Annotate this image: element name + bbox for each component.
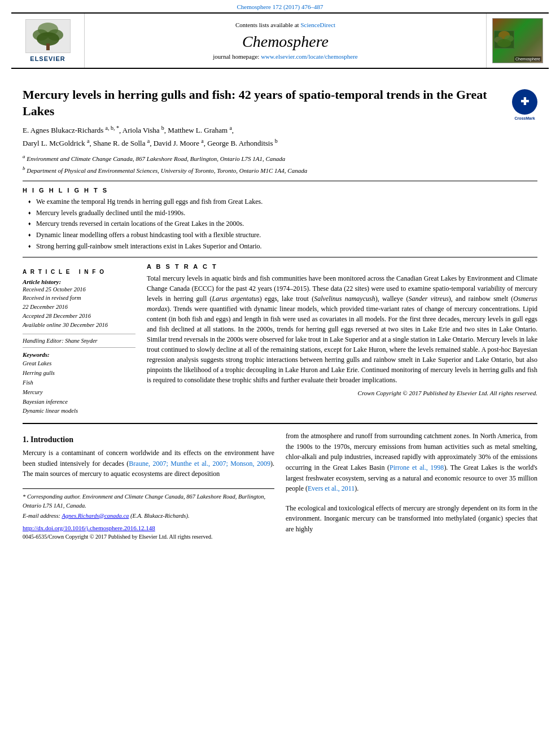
info-divider-2 (23, 347, 135, 348)
page: Chemosphere 172 (2017) 476–487 ELSEVIER (0, 0, 560, 747)
intro-left-text: Mercury is a contaminant of concern worl… (23, 448, 274, 479)
article-title-row: Mercury levels in herring gulls and fish… (23, 87, 537, 119)
footnote-email: E-mail address: Agnes.Richards@canada.ca… (23, 512, 274, 521)
keyword-6: Dynamic linear models (23, 407, 135, 416)
divider-2 (23, 257, 537, 257)
introduction-section: 1. Introduction Mercury is a contaminant… (23, 431, 537, 540)
crossmark-symbol: ✚ (520, 95, 529, 108)
info-divider-1 (23, 334, 135, 334)
section-divider (23, 423, 537, 424)
highlight-item-4: Dynamic linear modelling offers a robust… (28, 230, 537, 240)
email-link[interactable]: Agnes.Richards@canada.ca (62, 513, 129, 519)
ref-pirrone[interactable]: Pirrone et al., 1998 (390, 464, 444, 471)
keywords-list: Great Lakes Herring gulls Fish Mercury B… (23, 359, 135, 416)
article-info-column: A R T I C L E I N F O Article history: R… (23, 263, 135, 417)
divider-1 (23, 181, 537, 181)
journal-cover-image: Chemosphere (492, 18, 543, 63)
top-citation: Chemosphere 172 (2017) 476–487 (0, 0, 560, 12)
highlights-label: H I G H L I G H T S (23, 187, 537, 194)
main-content: Mercury levels in herring gulls and fish… (0, 69, 560, 549)
intro-right-text-2: The ecological and toxicological effects… (286, 503, 537, 535)
science-direct-line: Contents lists available at ScienceDirec… (235, 21, 335, 28)
citation-text: Chemosphere 172 (2017) 476–487 (237, 3, 323, 10)
intro-right-text-1: from the atmosphere and runoff from surr… (286, 431, 537, 494)
journal-info-center: Contents lists available at ScienceDirec… (85, 14, 487, 68)
doi-link[interactable]: http://dx.doi.org/10.1016/j.chemosphere.… (23, 525, 155, 531)
highlights-list: We examine the temporal Hg trends in her… (28, 197, 537, 251)
elsevier-tree-graphic (25, 19, 71, 53)
elsevier-logo: ELSEVIER (25, 19, 71, 62)
crossmark-label: CrossMark (512, 116, 537, 121)
footnote-corresponding: * Corresponding author. Environment and … (23, 492, 274, 510)
highlight-item-2: Mercury levels gradually declined until … (28, 208, 537, 218)
science-direct-link[interactable]: ScienceDirect (300, 21, 335, 28)
revised-label: Received in revised form (23, 294, 135, 303)
keyword-1: Great Lakes (23, 359, 135, 369)
history-label: Article history: (23, 278, 135, 285)
affiliation-a: a Environment and Climate Change Canada,… (23, 153, 537, 163)
keyword-4: Mercury (23, 388, 135, 397)
elsevier-logo-section: ELSEVIER (11, 14, 85, 68)
elsevier-label: ELSEVIER (30, 55, 65, 62)
cover-label: Chemosphere (514, 56, 541, 62)
available-date: Available online 30 December 2016 (23, 321, 135, 330)
revised-date: 22 December 2016 (23, 303, 135, 312)
keyword-2: Herring gulls (23, 369, 135, 378)
footnote-section: * Corresponding author. Environment and … (23, 488, 274, 520)
highlight-item-3: Mercury trends reversed in certain locat… (28, 219, 537, 229)
handling-editor: Handling Editor: Shane Snyder (23, 338, 135, 344)
affiliation-b: b Department of Physical and Environment… (23, 165, 537, 175)
accepted-date: Accepted 28 December 2016 (23, 312, 135, 321)
journal-homepage-line: journal homepage: www.elsevier.com/locat… (213, 53, 357, 60)
keyword-3: Fish (23, 378, 135, 388)
journal-header: ELSEVIER Contents lists available at Sci… (11, 12, 549, 69)
svg-point-9 (497, 39, 511, 47)
crossmark-badge: ✚ CrossMark (512, 89, 537, 115)
intro-section-number: 1. Introduction (23, 435, 274, 444)
ref-evers[interactable]: Evers et al., 2011 (308, 484, 355, 492)
affiliations: a Environment and Climate Change Canada,… (23, 153, 537, 174)
abstract-text: Total mercury levels in aquatic birds an… (147, 273, 537, 385)
journal-url[interactable]: www.elsevier.com/locate/chemosphere (261, 53, 358, 60)
journal-cover-section: Chemosphere (487, 14, 549, 68)
authors-line: E. Agnes Blukacz-Richards a, b, *, Ariol… (23, 124, 537, 150)
ref-braune[interactable]: Braune, 2007; Munthe et al., 2007; Monso… (129, 460, 270, 468)
highlight-item-1: We examine the temporal Hg trends in her… (28, 197, 537, 207)
abstract-column: A B S T R A C T Total mercury levels in … (147, 263, 537, 417)
article-title-text: Mercury levels in herring gulls and fish… (23, 87, 512, 119)
article-info-label: A R T I C L E I N F O (23, 269, 135, 275)
copyright-bottom: 0045-6535/Crown Copyright © 2017 Publish… (23, 534, 274, 540)
intro-left-column: 1. Introduction Mercury is a contaminant… (23, 431, 274, 540)
highlight-item-5: Strong herring gull-rainbow smelt intera… (28, 242, 537, 251)
crossmark-circle: ✚ (512, 89, 537, 115)
journal-title: Chemosphere (242, 33, 329, 51)
article-info-abstract-row: A R T I C L E I N F O Article history: R… (23, 263, 537, 417)
intro-right-column: from the atmosphere and runoff from surr… (286, 431, 537, 540)
article-history: Article history: Received 25 October 201… (23, 278, 135, 330)
svg-rect-4 (46, 43, 50, 50)
doi-line: http://dx.doi.org/10.1016/j.chemosphere.… (23, 525, 274, 531)
keywords-label: Keywords: (23, 351, 135, 358)
keyword-5: Bayesian inference (23, 397, 135, 407)
abstract-copyright: Crown Copyright © 2017 Published by Else… (147, 390, 537, 396)
received-date: Received 25 October 2016 (23, 285, 135, 294)
abstract-label: A B S T R A C T (147, 263, 537, 270)
